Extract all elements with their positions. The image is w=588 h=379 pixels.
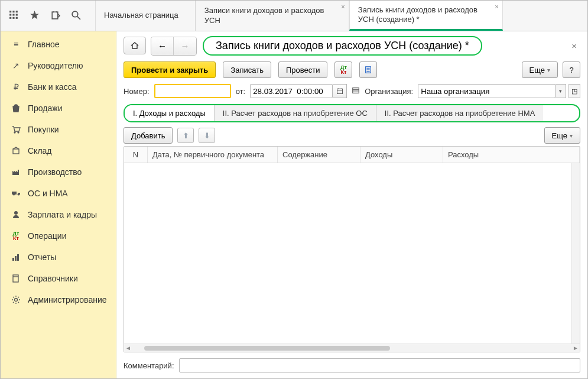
sidebar-label: Производство	[28, 167, 82, 177]
sidebar-item-salary[interactable]: Зарплата и кадры	[1, 204, 116, 225]
ruble-icon: ₽	[11, 82, 21, 92]
sidebar-label: Зарплата и кадры	[28, 210, 97, 219]
svg-rect-7	[12, 17, 14, 18]
apps-icon[interactable]	[9, 10, 19, 22]
comment-input[interactable]	[179, 358, 581, 372]
col-content[interactable]: Содержание	[278, 147, 360, 163]
sidebar-item-reports[interactable]: Отчеты	[1, 247, 116, 268]
svg-point-13	[14, 132, 15, 133]
svg-rect-19	[17, 254, 19, 261]
post-button[interactable]: Провести	[278, 61, 328, 78]
move-up-button[interactable]: ⬆	[177, 128, 194, 143]
main-area: ← → Запись книги доходов и расходов УСН …	[116, 31, 587, 378]
close-icon[interactable]: ×	[341, 3, 345, 11]
scrollbar-vertical[interactable]	[571, 163, 580, 344]
sidebar-item-sales[interactable]: Продажи	[1, 98, 116, 119]
tab-book-entry-create[interactable]: Запись книги доходов и расходов УСН (соз…	[349, 1, 503, 31]
add-button[interactable]: Добавить	[124, 127, 173, 144]
sidebar-label: ОС и НМА	[28, 189, 68, 198]
star-icon[interactable]	[30, 10, 40, 22]
document-icon-button[interactable]	[359, 61, 377, 78]
sidebar-item-manager[interactable]: ↗Руководителю	[1, 55, 116, 76]
scrollbar-horizontal[interactable]: ◄ ►	[124, 344, 580, 352]
sidebar-item-admin[interactable]: Администрирование	[1, 289, 116, 310]
tab-os-expense[interactable]: II. Расчет расходов на приобретение ОС	[215, 105, 376, 121]
back-button[interactable]: ←	[151, 37, 174, 55]
svg-rect-17	[12, 258, 14, 261]
chart-icon	[11, 252, 21, 262]
dropdown-icon[interactable]: ▾	[555, 84, 566, 98]
person-icon	[11, 210, 21, 219]
move-down-button[interactable]: ⬇	[199, 128, 215, 143]
svg-rect-1	[12, 11, 14, 12]
sidebar-label: Операции	[28, 231, 67, 241]
tab-label: Начальная страница	[104, 11, 178, 20]
comment-row: Комментарий:	[124, 358, 580, 372]
col-doc[interactable]: Дата, № первичного документа	[148, 147, 278, 163]
col-income[interactable]: Доходы	[360, 147, 443, 163]
sidebar-item-operations[interactable]: ДтКтОперации	[1, 225, 116, 247]
titlebar: ← → Запись книги доходов и расходов УСН …	[124, 36, 580, 56]
svg-rect-10	[52, 12, 58, 19]
grid-more-button[interactable]: Еще	[544, 127, 580, 144]
col-n[interactable]: N	[124, 147, 148, 163]
sidebar-item-bank[interactable]: ₽Банк и касса	[1, 76, 116, 98]
sidebar-item-purchases[interactable]: Покупки	[1, 119, 116, 140]
sidebar-label: Администрирование	[28, 295, 107, 305]
svg-point-22	[15, 299, 18, 302]
forward-button[interactable]: →	[174, 37, 196, 55]
col-expense[interactable]: Расходы	[443, 147, 580, 163]
list-icon[interactable]	[352, 86, 360, 96]
help-button[interactable]: ?	[563, 61, 580, 78]
box-icon	[11, 146, 21, 156]
topbar-icons	[1, 1, 95, 31]
sidebar-item-main[interactable]: ≡Главное	[1, 34, 116, 55]
calendar-icon[interactable]	[333, 84, 347, 98]
svg-rect-3	[9, 14, 11, 15]
svg-rect-2	[16, 11, 18, 12]
topbar: Начальная страница Записи книги доходов …	[1, 1, 587, 31]
menu-icon: ≡	[11, 40, 21, 49]
sidebar-item-catalogs[interactable]: Справочники	[1, 268, 116, 289]
date-input[interactable]	[250, 84, 333, 98]
grid-toolbar: Добавить ⬆ ⬇ Еще	[124, 127, 580, 144]
dtkt-button[interactable]: ДтКт	[334, 61, 352, 78]
sidebar-label: Отчеты	[28, 252, 56, 262]
grid-body[interactable]	[124, 163, 571, 344]
sidebar-label: Главное	[28, 40, 60, 49]
tab-label: Запись книги доходов и расходов УСН (соз…	[358, 5, 486, 25]
tab-book-entries[interactable]: Записи книги доходов и расходов УСН ×	[196, 1, 349, 31]
svg-rect-31	[353, 88, 359, 93]
gear-icon	[11, 295, 21, 305]
cart-icon	[11, 125, 21, 134]
svg-rect-5	[16, 14, 18, 15]
search-icon[interactable]	[71, 10, 81, 22]
page-title: Запись книги доходов и расходов УСН (соз…	[203, 36, 482, 56]
org-input[interactable]	[418, 84, 555, 98]
sidebar-item-os-nma[interactable]: ОС и НМА	[1, 183, 116, 204]
truck-icon	[11, 189, 21, 198]
home-button[interactable]	[124, 37, 146, 54]
sidebar-item-stock[interactable]: Склад	[1, 140, 116, 161]
tabs-container: Начальная страница Записи книги доходов …	[95, 1, 587, 31]
close-icon[interactable]: ×	[495, 3, 498, 11]
svg-point-14	[18, 132, 19, 133]
number-input[interactable]	[154, 84, 231, 98]
tab-start-page[interactable]: Начальная страница	[95, 1, 196, 31]
svg-marker-9	[30, 11, 39, 19]
factory-icon	[11, 167, 21, 177]
history-icon[interactable]	[50, 10, 60, 22]
from-label: от:	[236, 87, 246, 96]
post-and-close-button[interactable]: Провести и закрыть	[124, 61, 216, 78]
close-page-button[interactable]: ×	[568, 41, 580, 51]
more-button[interactable]: Еще	[522, 61, 558, 78]
sidebar-item-production[interactable]: Производство	[1, 161, 116, 183]
sidebar-label: Покупки	[28, 125, 59, 134]
svg-point-11	[72, 11, 78, 17]
open-dialog-icon[interactable]: ◳	[568, 84, 580, 98]
sidebar-label: Справочники	[28, 274, 78, 283]
svg-rect-18	[15, 256, 17, 261]
tab-income-expense[interactable]: I. Доходы и расходы	[125, 105, 215, 121]
tab-nma-expense[interactable]: II. Расчет расходов на приобретение НМА	[376, 105, 543, 121]
save-button[interactable]: Записать	[223, 61, 271, 78]
